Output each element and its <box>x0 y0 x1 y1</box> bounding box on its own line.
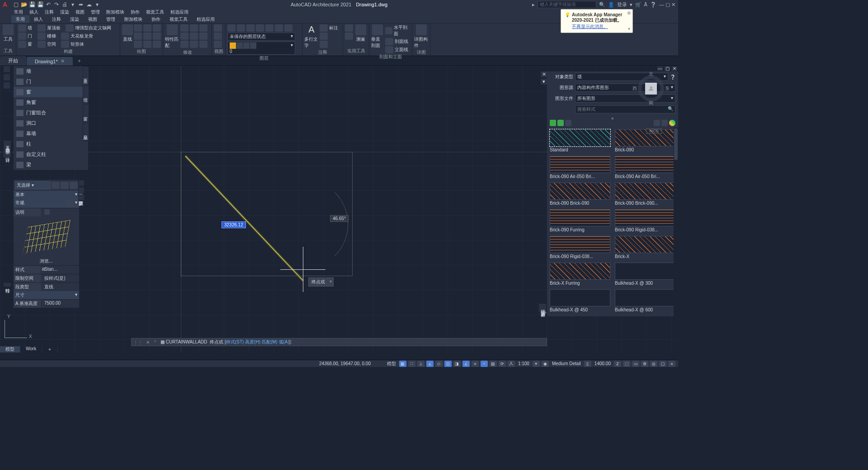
base-height-value[interactable]: 7500.00 <box>41 300 79 308</box>
edit-icon[interactable] <box>565 120 571 126</box>
palette-item-wall[interactable]: 墙 <box>14 66 88 76</box>
hardware-accel-icon[interactable]: ⚙ <box>641 361 648 367</box>
clean-screen-icon[interactable]: ▢ <box>659 361 666 367</box>
otrack-toggle-icon[interactable]: ∠ <box>462 361 470 367</box>
style-tile[interactable]: Brick-X <box>615 236 675 259</box>
menu-item[interactable]: 视图 <box>73 9 87 15</box>
snap-toggle-icon[interactable]: ∷ <box>408 361 415 367</box>
qat-save-icon[interactable]: 💾 <box>29 1 35 8</box>
palette-tab-display[interactable]: 显示 <box>83 123 89 141</box>
menu-item[interactable]: 协作 <box>128 9 142 15</box>
coordinates-readout[interactable]: 24368.00, 19647.00, 0.00 <box>3 361 371 366</box>
style-tile[interactable]: Brick-090 Air-050 Bri... <box>615 156 675 179</box>
user-icon[interactable]: 👤 <box>608 2 614 8</box>
ceiling-icon[interactable] <box>61 33 69 40</box>
panel-close-icon[interactable]: ✕ <box>541 71 547 77</box>
add-layout-button[interactable]: ＋ <box>42 346 58 352</box>
transparency-toggle-icon[interactable]: ▤ <box>490 361 497 367</box>
layout-tab[interactable]: Work <box>20 346 42 352</box>
drawing-tab[interactable]: Drawing1*✕ <box>27 57 73 66</box>
palette-pin-icon[interactable] <box>4 74 10 80</box>
dim-icon[interactable] <box>320 24 328 32</box>
qat-new-icon[interactable]: ▢ <box>13 1 19 8</box>
ribbon-tab[interactable]: 附加模块 <box>120 15 147 23</box>
lineweight-toggle-icon[interactable]: ≡ <box>472 361 479 367</box>
pick-add-icon[interactable] <box>61 182 69 189</box>
cycling-toggle-icon[interactable]: ⟳ <box>499 361 506 367</box>
inner-close[interactable]: ✕ <box>672 66 677 71</box>
3dosnap-toggle-icon[interactable]: ◨ <box>453 361 461 367</box>
close-tab-icon[interactable]: ✕ <box>61 58 65 64</box>
polar-toggle-icon[interactable]: ∠ <box>426 361 434 367</box>
cart-icon[interactable]: 🛒 <box>635 2 642 8</box>
paintbrush-icon[interactable]: 🖌 <box>541 311 546 317</box>
props-tab-design[interactable]: 设计 <box>78 180 85 186</box>
description-field[interactable] <box>41 208 79 216</box>
mtext-button[interactable]: A多行文字 <box>304 24 319 49</box>
ribbon-tab[interactable]: 管理 <box>102 15 120 23</box>
selection-dropdown[interactable]: 无选择 ▾ <box>15 181 51 189</box>
layer-state-dropdown[interactable]: 未保存的图层状态▾ <box>227 33 295 41</box>
ribbon-tab[interactable]: 渲染 <box>66 15 84 23</box>
ribbon-tab[interactable]: 常用 <box>11 15 29 23</box>
style-tile[interactable]: Bulkhead-X @ 600 <box>615 289 675 312</box>
wall-icon[interactable] <box>18 24 26 32</box>
palette-item-curtainwall[interactable]: 幕墙 <box>14 128 88 139</box>
cut-plane-value[interactable]: 1400.00 <box>593 361 612 366</box>
dynamic-distance-input[interactable]: 32326.12 <box>222 221 246 228</box>
qat-open-icon[interactable]: 📂 <box>21 1 27 8</box>
cube-top-face[interactable]: 上 <box>645 83 657 94</box>
menu-item[interactable]: 注释 <box>42 9 57 15</box>
style-tile[interactable]: Brick-090 Brick-090 <box>550 183 610 206</box>
login-label[interactable]: 登录 <box>617 1 627 8</box>
style-tile[interactable]: Brick-090 Rigid-038... <box>550 236 610 259</box>
props-tab-ext-data[interactable]: 扩展数据 <box>78 194 85 201</box>
isolate-icon[interactable]: ◎ <box>650 361 657 367</box>
props-tab-display[interactable]: 显示 <box>78 187 85 193</box>
palette-item-assembly[interactable]: 门窗组合 <box>14 108 88 118</box>
menu-item[interactable]: 精选应用 <box>168 9 191 15</box>
quick-select-icon[interactable] <box>52 182 60 189</box>
dynamic-input-toggle-icon[interactable]: + <box>481 361 488 367</box>
browse-link[interactable]: 浏览... <box>14 257 79 265</box>
style-tile[interactable]: Standard <box>550 129 610 152</box>
isoplane-toggle-icon[interactable]: ◇ <box>435 361 443 367</box>
category-dimensions[interactable]: 尺寸▾ <box>14 291 79 299</box>
qat-undo-icon[interactable]: ↶ <box>45 1 52 8</box>
start-tab[interactable]: 开始 <box>0 56 26 66</box>
command-line[interactable]: ⋮⋮ ✕ ⌃ ▦ CURTAINWALLADD 终点或 [样式(ST) 高度(H… <box>131 338 547 346</box>
qat-dropdown-icon[interactable]: ▾ <box>94 1 100 8</box>
command-options[interactable]: 样式(ST) 高度(H) 匹配(M) 弧(A) <box>226 339 289 344</box>
annotation-scale-icon[interactable]: 人 <box>508 361 515 367</box>
add-icon[interactable] <box>557 120 564 126</box>
detail-level[interactable]: Medium Detail <box>551 361 582 366</box>
view-icon[interactable] <box>214 24 222 32</box>
infocenter-search[interactable]: 键入关键字或短语 <box>538 1 596 8</box>
dismiss-link[interactable]: 不再显示此消息。 <box>572 24 608 29</box>
matchprop-button[interactable]: 特性匹配 <box>165 24 179 49</box>
menu-item[interactable]: 管理 <box>88 9 103 15</box>
notification-close-icon[interactable]: ⊗ <box>627 10 631 15</box>
view-mode-icon[interactable] <box>669 120 675 126</box>
view-list-icon[interactable] <box>661 120 668 126</box>
qat-print-icon[interactable]: 🖨 <box>61 1 68 8</box>
cmd-expand-icon[interactable]: ⌃ <box>151 340 159 345</box>
collapse-handle[interactable]: ▴ <box>547 115 678 118</box>
osnap-toggle-icon[interactable]: ⊡ <box>444 361 452 367</box>
qat-more-icon[interactable]: ▾ <box>70 1 76 8</box>
style-tile[interactable]: Bulkhead-X @ 300 <box>615 263 675 286</box>
app-store-icon[interactable]: Å <box>644 2 647 7</box>
menu-item[interactable]: 常用 <box>11 9 26 15</box>
ribbon-tab[interactable]: 视觉工具 <box>165 15 192 23</box>
ribbon-tab[interactable]: 注释 <box>47 15 66 23</box>
ribbon-tab[interactable]: 协作 <box>147 15 165 23</box>
roof-icon[interactable] <box>38 24 46 32</box>
view-grid-icon[interactable] <box>654 120 660 126</box>
door-icon[interactable] <box>18 33 26 40</box>
palette-tab-window[interactable]: 窗 <box>83 104 89 122</box>
close-button[interactable]: ✕ <box>671 2 675 7</box>
qat-cloud-icon[interactable]: ☁ <box>86 1 92 8</box>
palette-item-beam[interactable]: 梁 <box>14 160 88 170</box>
select-icon[interactable] <box>70 182 78 189</box>
style-tile[interactable]: Brick-090 <box>615 129 675 152</box>
